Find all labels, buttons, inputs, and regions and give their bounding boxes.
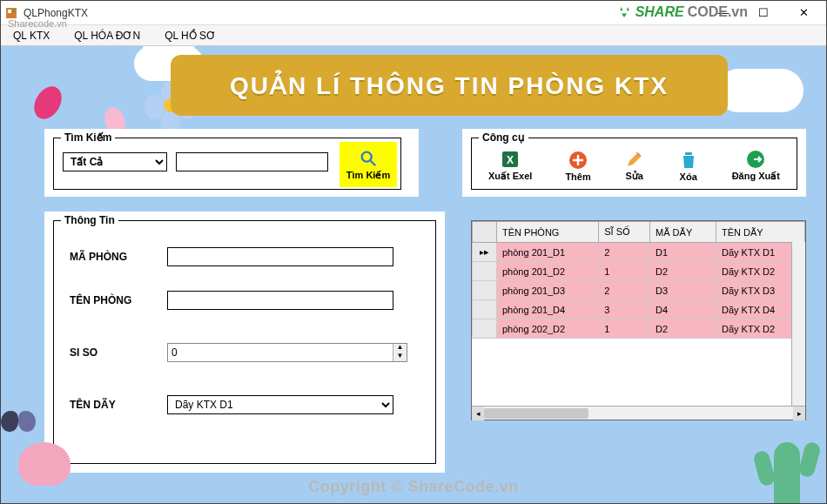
cell-si_so[interactable]: 2: [599, 243, 650, 262]
excel-icon: X: [500, 149, 521, 170]
watermark-logo: SHARECODE.vn: [616, 4, 748, 20]
window-title: QLPhongKTX: [24, 7, 88, 19]
cell-si_so[interactable]: 2: [599, 281, 650, 300]
delete-icon: [678, 150, 699, 171]
svg-point-3: [362, 151, 372, 161]
search-input[interactable]: [176, 152, 328, 171]
logout-button[interactable]: Đăng Xuất: [732, 149, 780, 182]
cell-si_so[interactable]: 1: [599, 262, 650, 281]
menu-ql-hoadon[interactable]: QL HÓA ĐƠN: [62, 25, 152, 45]
search-group: Tìm Kiếm Tất Cả Tìm Kiếm: [53, 138, 401, 190]
svg-rect-1: [8, 10, 11, 13]
ten-day-label: TÊN DÃY: [70, 399, 157, 411]
si-so-spinner[interactable]: ▲ ▼: [167, 343, 407, 362]
scroll-left-arrow[interactable]: ◂: [472, 407, 484, 420]
search-legend: Tìm Kiếm: [61, 131, 115, 144]
cell-ma_day[interactable]: D3: [650, 281, 716, 300]
table-row[interactable]: phòng 202_D21D2Dãy KTX D2: [473, 319, 805, 339]
table-row[interactable]: phòng 201_D43D4Dãy KTX D4: [473, 300, 805, 319]
tools-group: Công cụ X Xuất Exel Thêm Sửa Xóa: [471, 138, 797, 190]
si-so-label: SI SO: [70, 346, 157, 359]
cell-ten_phong[interactable]: phòng 201_D3: [497, 281, 599, 300]
ma-phong-label: MÃ PHÒNG: [70, 251, 157, 263]
ten-day-select[interactable]: Dãy KTX D1: [167, 395, 393, 414]
delete-button[interactable]: Xóa: [678, 150, 699, 182]
cell-ten_phong[interactable]: phòng 201_D4: [497, 300, 599, 319]
grid-header-tenday[interactable]: TÊN DÃY: [716, 222, 804, 243]
recycle-icon: [616, 4, 632, 20]
page-banner: QUẢN LÍ THÔNG TIN PHÒNG KTX: [171, 55, 728, 116]
cell-ten_phong[interactable]: phòng 201_D1: [497, 243, 599, 262]
scroll-thumb[interactable]: [484, 408, 588, 419]
scroll-right-arrow[interactable]: ▸: [793, 407, 805, 420]
table-row[interactable]: ▸phòng 201_D12D1Dãy KTX D1: [473, 243, 805, 262]
search-filter-select[interactable]: Tất Cả: [63, 152, 167, 171]
ma-phong-input[interactable]: [167, 247, 393, 266]
ten-phong-label: TÊN PHÒNG: [70, 294, 157, 306]
cell-ma_day[interactable]: D4: [650, 300, 716, 319]
svg-rect-8: [685, 152, 692, 155]
cell-ma_day[interactable]: D1: [650, 243, 716, 262]
ten-phong-input[interactable]: [167, 291, 393, 310]
maximize-button[interactable]: ☐: [744, 2, 783, 24]
grid-v-scrollbar[interactable]: [791, 242, 805, 406]
cell-ten_phong[interactable]: phòng 202_D2: [497, 319, 599, 339]
spinner-down[interactable]: ▼: [393, 353, 407, 361]
logout-icon: [745, 149, 766, 170]
edit-icon: [624, 149, 645, 170]
close-button[interactable]: ✕: [784, 2, 823, 24]
watermark-overlay: Sharecode.vn: [8, 18, 67, 29]
menu-ql-hoso[interactable]: QL HỒ SƠ: [152, 25, 228, 45]
svg-text:X: X: [507, 154, 514, 166]
row-header[interactable]: ▸: [473, 243, 497, 262]
tools-legend: Công cụ: [479, 131, 528, 144]
info-group: Thông Tin MÃ PHÒNG TÊN PHÒNG SI SO ▲ ▼: [53, 220, 436, 464]
table-row[interactable]: phòng 201_D32D3Dãy KTX D3: [473, 281, 805, 300]
row-header[interactable]: [473, 319, 497, 339]
titlebar: QLPhongKTX Sharecode.vn — ☐ ✕ SHARECODE.…: [1, 1, 826, 25]
data-grid[interactable]: TÊN PHÒNG SĨ SỐ MÃ DÃY TÊN DÃY ▸phòng 20…: [471, 220, 806, 420]
cell-ma_day[interactable]: D2: [650, 319, 716, 339]
page-title: QUẢN LÍ THÔNG TIN PHÒNG KTX: [230, 71, 669, 100]
si-so-input[interactable]: [168, 344, 393, 361]
cell-ma_day[interactable]: D2: [650, 262, 716, 281]
butterfly-decoration: [1, 411, 36, 442]
search-icon: [359, 149, 378, 168]
export-excel-button[interactable]: X Xuất Exel: [488, 149, 532, 182]
add-icon: [568, 150, 588, 171]
row-header[interactable]: [473, 281, 497, 300]
svg-rect-2: [12, 10, 15, 12]
svg-line-4: [371, 160, 376, 165]
grid-h-scrollbar[interactable]: ◂ ▸: [472, 406, 805, 420]
cloud-decoration: [716, 69, 803, 112]
watermark-footer: Copyright © ShareCode.vn: [1, 478, 826, 496]
add-button[interactable]: Thêm: [565, 150, 590, 182]
grid-header-maday[interactable]: MÃ DÃY: [650, 222, 716, 243]
grid-header-siso[interactable]: SĨ SỐ: [599, 222, 650, 243]
grid-corner[interactable]: [473, 222, 497, 243]
search-button[interactable]: Tìm Kiếm: [340, 142, 397, 187]
grid-header-tenphong[interactable]: TÊN PHÒNG: [497, 222, 599, 243]
row-header[interactable]: [473, 262, 497, 281]
cell-si_so[interactable]: 3: [599, 300, 650, 319]
row-header[interactable]: [473, 300, 497, 319]
cell-ten_phong[interactable]: phòng 201_D2: [497, 262, 599, 281]
menubar: QL KTX QL HÓA ĐƠN QL HỒ SƠ: [1, 25, 826, 46]
info-legend: Thông Tin: [61, 214, 118, 226]
table-row[interactable]: phòng 201_D21D2Dãy KTX D2: [473, 262, 805, 281]
cell-si_so[interactable]: 1: [599, 319, 650, 339]
edit-button[interactable]: Sửa: [624, 149, 645, 182]
